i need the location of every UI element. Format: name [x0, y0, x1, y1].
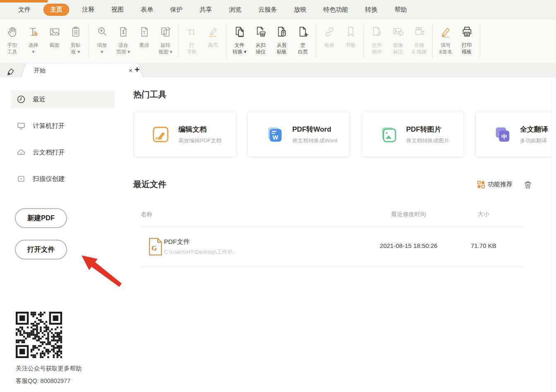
link-button: 链接: [319, 23, 340, 48]
toolbar-item-label: 文件 转换 ▾: [233, 42, 246, 55]
menu-comment[interactable]: 注释: [82, 6, 94, 14]
from-clipboard-icon: [275, 23, 289, 41]
menu-help[interactable]: 帮助: [395, 6, 407, 14]
fill-sign-icon: [439, 23, 453, 41]
print-template-icon: [460, 23, 474, 41]
sidebar-item-open-computer[interactable]: 计算机打开: [11, 117, 115, 135]
recent-file-row[interactable]: G PDF文件 C:\Users\HY\Desktop\工作\P... 2021…: [133, 232, 524, 267]
menu-featured[interactable]: 特色功能: [323, 6, 348, 14]
toolbar-item-label: 缩放 ▾: [97, 42, 107, 55]
clear-recent-trash-icon[interactable]: [523, 180, 532, 189]
hand-icon: [5, 23, 19, 41]
menu-slideshow[interactable]: 放映: [294, 6, 306, 14]
toolbar-separator: [432, 24, 433, 58]
hand-tool-button[interactable]: 手型 工具: [2, 23, 23, 55]
svg-text:TI: TI: [187, 28, 195, 36]
toolbar-item-label: 空 白页: [298, 42, 308, 55]
reflow-button[interactable]: T 重排: [134, 23, 155, 55]
link-icon: [323, 23, 337, 41]
file-path: C:\Users\HY\Desktop\工作\P...: [164, 248, 236, 256]
feature-recommend-button[interactable]: 功能推荐: [477, 180, 513, 188]
menu-protect[interactable]: 保护: [170, 6, 183, 14]
menu-browse[interactable]: 浏览: [229, 6, 241, 14]
card-edit-document[interactable]: PDF 编辑文档 高效编辑PDF文档: [133, 112, 236, 157]
feature-recommend-label: 功能推荐: [488, 180, 513, 188]
open-file-button[interactable]: 打开文件: [15, 240, 67, 260]
qr-caption: 关注公众号获取更多帮助: [16, 365, 82, 373]
computer-icon: [17, 121, 26, 130]
sidebar: 最近 计算机打开 云文档打开: [0, 77, 126, 392]
select-tool-button[interactable]: 选择 ▾: [23, 23, 44, 55]
print-template-button[interactable]: 打印 模板: [456, 23, 477, 55]
pen-tool-icon[interactable]: [5, 65, 17, 77]
toolbar-item-label: 从剪 贴板: [277, 42, 287, 55]
tab-start[interactable]: 开始 ×: [26, 64, 137, 77]
clipboard-button[interactable]: 剪贴 板 ▾: [65, 23, 86, 55]
from-clipboard-button[interactable]: 从剪 贴板: [271, 23, 292, 55]
toolbar-item-label: 重排: [140, 42, 149, 48]
fill-sign-button[interactable]: 填写 &签名: [435, 23, 456, 55]
file-convert-button[interactable]: 文件 转换 ▾: [229, 23, 250, 55]
qr-code: [16, 312, 62, 358]
file-convert-icon: [233, 23, 247, 41]
card-full-text-translate[interactable]: A 中 全文翻译 多功能翻译: [475, 112, 551, 157]
menu-bar: 文件 主页 注释 视图 表单 保护 共享 浏览 云服务 放映 特色功能 转换 帮…: [0, 0, 556, 19]
file-size: 71.70 KB: [455, 242, 513, 249]
card-pdf-to-image[interactable]: PDF转图片 将文档转换成图片: [361, 112, 464, 157]
from-scanner-icon: [254, 23, 268, 41]
document-tab-bar: 开始 × +: [0, 64, 556, 77]
card-title: PDF转图片: [406, 125, 449, 134]
content-area: 最近 计算机打开 云文档打开: [0, 77, 556, 392]
column-modified-time: 最近修改时间: [371, 211, 446, 218]
toolbar-item-label: 剪贴 板 ▾: [71, 42, 81, 55]
toolbar-item-label: 文件 附件: [372, 42, 382, 55]
fit-page-button[interactable]: 适合 页面 ▾: [113, 23, 134, 55]
tab-close-icon[interactable]: ×: [129, 67, 132, 74]
rotate-view-button[interactable]: 旋转 视图 ▾: [155, 23, 176, 55]
toolbar-item-label: 音频 & 视频: [412, 42, 426, 55]
svg-text:T: T: [143, 31, 146, 35]
image-annotation-icon: [391, 23, 405, 41]
zoom-tool-button[interactable]: 缩放 ▾: [91, 23, 113, 55]
menu-file[interactable]: 文件: [18, 6, 31, 14]
grid-icon: [477, 181, 485, 188]
rotate-view-icon: [159, 23, 173, 41]
menu-convert[interactable]: 转换: [365, 6, 378, 14]
toolbar-item-label: 从扫 描仪: [256, 42, 266, 55]
sidebar-item-scanner-create[interactable]: 扫描仪创建: [11, 170, 115, 188]
svg-text:中: 中: [501, 133, 507, 140]
zoom-icon: [95, 23, 109, 41]
new-tab-button[interactable]: +: [135, 65, 140, 75]
menu-home[interactable]: 主页: [43, 4, 69, 16]
clipboard-icon: [69, 23, 83, 41]
snapshot-button[interactable]: 截图: [44, 23, 65, 55]
pdf-file-icon: G: [148, 238, 162, 256]
toolbar-item-label: 适合 页面 ▾: [116, 42, 130, 55]
translate-icon: A 中: [493, 125, 512, 144]
main-panel: 热门工具 PDF 编辑文档 高效编辑PDF文档: [133, 77, 556, 392]
file-name: PDF文件: [164, 238, 190, 246]
audio-video-icon: [412, 23, 426, 41]
blank-page-button[interactable]: 空 白页: [292, 23, 313, 55]
menu-view[interactable]: 视图: [111, 6, 124, 14]
new-pdf-button[interactable]: 新建PDF: [15, 208, 67, 228]
divider: [141, 267, 524, 267]
sidebar-item-recent[interactable]: 最近: [11, 90, 115, 108]
scrollbar-track[interactable]: [551, 77, 556, 392]
from-scanner-button[interactable]: 从扫 描仪: [250, 23, 271, 55]
menu-cloud-service[interactable]: 云服务: [258, 6, 277, 14]
bookmark-icon: [344, 23, 358, 41]
card-pdf-to-word[interactable]: W PDF转Word 将文档转换成Word: [247, 112, 350, 157]
support-qq-line: 客服QQ: 800802977: [16, 377, 70, 385]
highlight-icon: [206, 23, 220, 41]
toolbar-item-label: 截图: [50, 42, 60, 48]
file-modified-time: 2021-08-15 18:50:26: [371, 242, 446, 249]
audio-video-button: 音频 & 视频: [409, 23, 430, 55]
column-name: 名称: [141, 211, 152, 218]
toolbar-item-label: 高亮: [208, 42, 218, 48]
menu-share[interactable]: 共享: [200, 6, 212, 14]
pdf-to-image-icon: [379, 125, 398, 144]
menu-form[interactable]: 表单: [141, 6, 153, 14]
image-annotation-button: 图像 标注: [388, 23, 409, 55]
sidebar-item-open-cloud[interactable]: 云文档打开: [11, 143, 115, 161]
